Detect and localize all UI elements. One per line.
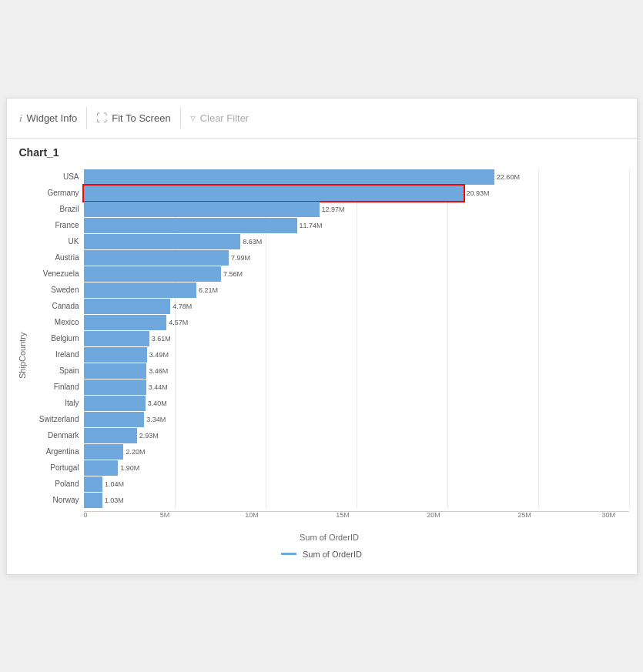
bar-wrapper: 3.49M	[84, 347, 629, 363]
x-tick-label: 0	[84, 511, 88, 519]
bar[interactable]	[84, 331, 149, 346]
bar-country-label: Portugal	[30, 463, 84, 472]
bar-wrapper: 6.21M	[84, 283, 629, 298]
bar-country-label: Belgium	[30, 334, 84, 343]
bar-wrapper: 20.93M	[84, 186, 629, 201]
bar-value-label: 20.93M	[466, 189, 489, 197]
bar-country-label: Spain	[30, 366, 84, 375]
bar[interactable]	[84, 396, 146, 411]
fit-to-screen-label: Fit To Screen	[112, 112, 170, 124]
bar-wrapper: 4.78M	[84, 299, 629, 314]
info-icon: 𝑖	[19, 112, 22, 125]
bar-row: Norway1.03M	[84, 493, 629, 508]
bar[interactable]	[84, 412, 145, 427]
chart-area: ShipCountry USA22.60MGermany20.93MBrazil…	[7, 162, 637, 574]
bar-row: Mexico4.57M	[84, 315, 629, 330]
widget-info-button[interactable]: 𝑖 Widget Info	[19, 107, 88, 129]
bar-row: Poland1.04M	[84, 476, 629, 492]
bar-row: Italy3.40M	[84, 396, 629, 411]
bar-country-label: Finland	[30, 383, 84, 391]
bar-wrapper: 8.63M	[84, 234, 629, 249]
bar-value-label: 3.61M	[152, 335, 171, 343]
bar[interactable]	[84, 428, 137, 443]
bar-wrapper: 7.56M	[84, 266, 629, 282]
toolbar: 𝑖 Widget Info ⛶ Fit To Screen ▿ Clear Fi…	[7, 99, 637, 139]
fit-to-screen-button[interactable]: ⛶ Fit To Screen	[87, 107, 180, 129]
bar-row: Sweden6.21M	[84, 283, 629, 298]
bar[interactable]	[84, 347, 147, 363]
bar-value-label: 4.78M	[172, 303, 192, 310]
legend: Sum of OrderID	[15, 550, 629, 559]
bar-row: France11.74M	[84, 218, 629, 233]
bar[interactable]	[84, 266, 221, 282]
bar[interactable]	[84, 315, 167, 330]
bar-value-label: 3.34M	[146, 416, 166, 423]
bar-row: Argentina2.20M	[84, 444, 629, 460]
bar-value-label: 3.44M	[149, 383, 168, 391]
x-ticks: 05M10M15M20M25M30M	[84, 511, 629, 519]
bar-wrapper: 3.34M	[84, 412, 629, 427]
y-axis-label: ShipCountry	[15, 169, 30, 542]
legend-label: Sum of OrderID	[303, 550, 362, 559]
bar-country-label: Mexico	[30, 318, 84, 326]
legend-icon	[281, 553, 296, 555]
grid-line	[629, 169, 630, 508]
bar-wrapper: 3.40M	[84, 396, 629, 411]
bar[interactable]	[84, 202, 320, 217]
bar[interactable]	[84, 299, 171, 314]
bar-row: Brazil12.97M	[84, 202, 629, 217]
bar-country-label: Denmark	[30, 431, 84, 440]
bar-row: UK8.63M	[84, 234, 629, 249]
bar-country-label: France	[30, 221, 84, 229]
bar-country-label: Ireland	[30, 350, 84, 359]
bar-wrapper: 1.90M	[84, 460, 629, 476]
bar-row: Switzerland3.34M	[84, 412, 629, 427]
bar-row: Denmark2.93M	[84, 428, 629, 443]
bar[interactable]	[84, 493, 102, 508]
x-tick-label: 10M	[245, 511, 259, 519]
bar-row: Spain3.46M	[84, 363, 629, 379]
bar-country-label: Canada	[30, 302, 84, 310]
bar[interactable]	[84, 379, 146, 395]
bar-wrapper: 22.60M	[84, 169, 629, 185]
widget-info-label: Widget Info	[27, 112, 78, 124]
bar-row: Venezuela7.56M	[84, 266, 629, 282]
x-tick-label: 20M	[427, 511, 440, 519]
bar-value-label: 3.46M	[149, 367, 168, 375]
bar-value-label: 22.60M	[497, 173, 520, 181]
x-axis-label: Sum of OrderID	[30, 533, 629, 542]
bar[interactable]	[84, 444, 124, 460]
bar[interactable]	[84, 218, 297, 233]
bar-row: Ireland3.49M	[84, 347, 629, 363]
widget-container: 𝑖 Widget Info ⛶ Fit To Screen ▿ Clear Fi…	[6, 98, 638, 575]
bar-value-label: 1.04M	[105, 480, 124, 488]
bar-country-label: Austria	[30, 253, 84, 262]
bar-row: Finland3.44M	[84, 379, 629, 395]
bar[interactable]	[84, 363, 147, 379]
bars-container: USA22.60MGermany20.93MBrazil12.97MFrance…	[84, 169, 629, 508]
bar-row: Canada4.78M	[84, 299, 629, 314]
x-tick-label: 5M	[160, 511, 170, 519]
clear-filter-button[interactable]: ▿ Clear Filter	[181, 107, 259, 129]
bar-value-label: 1.90M	[120, 464, 139, 472]
bar[interactable]	[84, 234, 241, 249]
x-tick-label: 25M	[517, 511, 531, 519]
bar[interactable]	[84, 186, 464, 201]
bar-wrapper: 3.46M	[84, 363, 629, 379]
bar-wrapper: 3.44M	[84, 379, 629, 395]
bar-row: Austria7.99M	[84, 250, 629, 266]
bar[interactable]	[84, 476, 103, 492]
bar[interactable]	[84, 250, 229, 266]
bar[interactable]	[84, 460, 119, 476]
bar-country-label: Brazil	[30, 205, 84, 213]
bar[interactable]	[84, 283, 197, 298]
bar-value-label: 2.93M	[139, 432, 159, 440]
chart-inner: ShipCountry USA22.60MGermany20.93MBrazil…	[15, 169, 629, 542]
x-axis: 05M10M15M20M25M30M	[84, 511, 629, 519]
x-tick-label: 15M	[336, 511, 350, 519]
bar-row: Germany20.93M	[84, 186, 629, 201]
bar-value-label: 3.40M	[148, 400, 167, 407]
bar-country-label: Germany	[30, 189, 84, 197]
bar-country-label: Switzerland	[30, 415, 84, 423]
bar[interactable]	[84, 169, 494, 185]
